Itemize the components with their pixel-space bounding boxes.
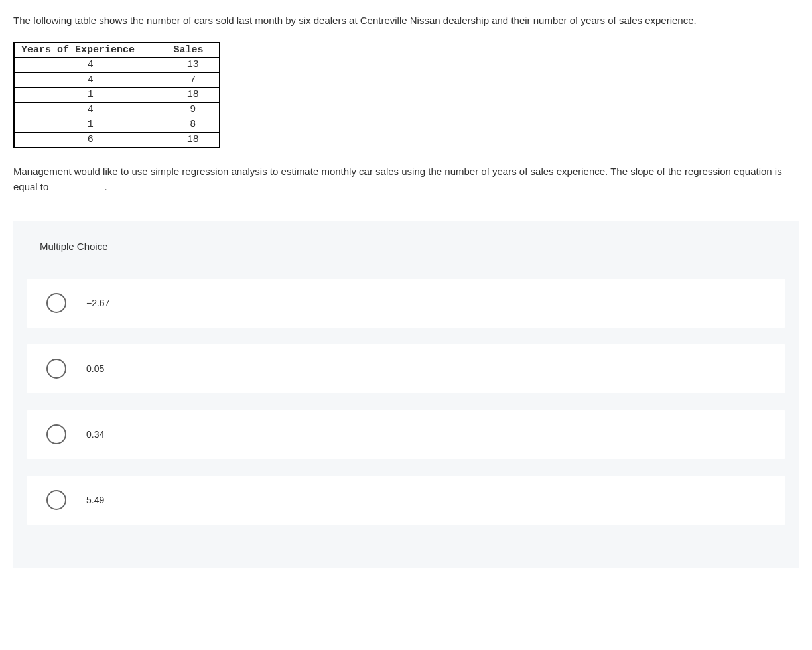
option-row-2[interactable]: 0.05 [27, 344, 785, 393]
table-row: 1 18 [14, 88, 220, 103]
question-intro: The following table shows the number of … [13, 13, 799, 29]
table-row: 4 9 [14, 102, 220, 117]
table-header-experience: Years of Experience [14, 42, 167, 58]
option-label: 0.05 [86, 363, 104, 374]
cell-experience: 1 [14, 117, 167, 133]
data-table: Years of Experience Sales 4 13 4 7 1 18 … [13, 42, 220, 149]
option-label: −2.67 [86, 298, 109, 308]
option-row-3[interactable]: 0.34 [27, 410, 785, 459]
radio-icon[interactable] [46, 359, 66, 379]
table-row: 4 7 [14, 72, 220, 88]
multiple-choice-container: Multiple Choice −2.67 0.05 0.34 5.49 [13, 221, 799, 568]
option-label: 0.34 [86, 429, 104, 440]
cell-sales: 13 [167, 58, 220, 73]
cell-experience: 4 [14, 58, 167, 73]
table-header-sales: Sales [167, 42, 220, 58]
table-header-row: Years of Experience Sales [14, 42, 220, 58]
cell-experience: 1 [14, 88, 167, 103]
cell-experience: 4 [14, 72, 167, 88]
cell-sales: 9 [167, 102, 220, 117]
radio-icon[interactable] [46, 424, 66, 444]
table-row: 4 13 [14, 58, 220, 73]
cell-sales: 18 [167, 132, 220, 147]
table-row: 6 18 [14, 132, 220, 147]
option-label: 5.49 [86, 495, 104, 505]
multiple-choice-title: Multiple Choice [13, 241, 799, 252]
cell-sales: 7 [167, 72, 220, 88]
cell-experience: 4 [14, 102, 167, 117]
radio-icon[interactable] [46, 293, 66, 313]
cell-experience: 6 [14, 132, 167, 147]
question-prompt: Management would like to use simple regr… [13, 164, 799, 194]
option-row-4[interactable]: 5.49 [27, 476, 785, 525]
radio-icon[interactable] [46, 490, 66, 510]
cell-sales: 8 [167, 117, 220, 133]
table-row: 1 8 [14, 117, 220, 133]
cell-sales: 18 [167, 88, 220, 103]
blank-underline [52, 190, 105, 190]
option-row-1[interactable]: −2.67 [27, 279, 785, 328]
prompt-after: . [105, 181, 107, 192]
prompt-before: Management would like to use simple regr… [13, 166, 782, 192]
